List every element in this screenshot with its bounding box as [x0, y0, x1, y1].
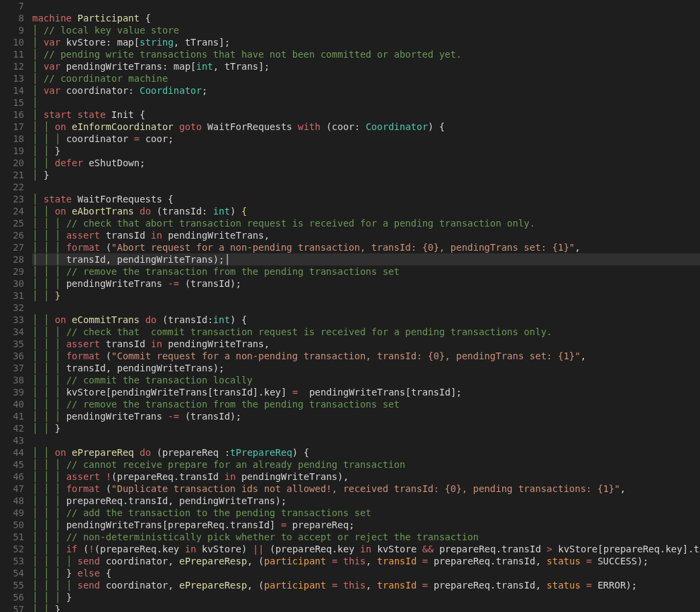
code-line[interactable]: │ │ │ coordinator = coor;	[32, 133, 700, 145]
line-number: 53	[0, 555, 32, 567]
code-line[interactable]: │ var kvStore: map[string, tTrans];	[32, 36, 700, 48]
line-number: 32	[0, 302, 32, 314]
line-number: 8	[0, 12, 32, 24]
code-line[interactable]: │ │ │ transId, pendingWriteTrans);	[32, 362, 700, 374]
code-line[interactable]: │ │ on eInformCoordinator goto WaitForRe…	[32, 121, 700, 133]
code-line[interactable]: │ │ │ format ("Commit request for a non-…	[32, 350, 700, 362]
line-number: 22	[0, 181, 32, 193]
code-line[interactable]: │ │ on eAbortTrans do (transId: int) {	[32, 205, 700, 217]
code-line[interactable]	[32, 434, 700, 446]
code-line[interactable]: │ │ │ // non-deterministically pick whet…	[32, 531, 700, 543]
line-number: 42	[0, 422, 32, 434]
code-line[interactable]: │ │ │ pendingWriteTrans -= (transId);	[32, 410, 700, 422]
code-line[interactable]: │ start state Init {	[32, 109, 700, 121]
line-number: 24	[0, 205, 32, 217]
line-number: 47	[0, 483, 32, 495]
code-line[interactable]: │ │ on ePrepareReq do (prepareReq :tPrep…	[32, 446, 700, 458]
line-number: 29	[0, 265, 32, 278]
code-line[interactable]: │ │ }	[32, 290, 700, 302]
code-line[interactable]: │ │ │ kvStore[pendingWriteTrans[transId]…	[32, 386, 700, 398]
line-number: 49	[0, 507, 32, 519]
code-line[interactable]: │ // coordinator machine	[32, 72, 700, 84]
line-number: 16	[0, 109, 32, 121]
line-number: 41	[0, 410, 32, 422]
line-number: 19	[0, 145, 32, 157]
line-number: 50	[0, 519, 32, 531]
line-number: 23	[0, 193, 32, 205]
code-line[interactable]: │ var pendingWriteTrans: map[int, tTrans…	[32, 60, 700, 72]
code-line[interactable]: │ │ │ // cannot receive prepare for an a…	[32, 458, 700, 471]
line-number-gutter: 7891011121314151617181920212223242526272…	[0, 0, 32, 612]
code-line[interactable]: │ // pending write transactions that hav…	[32, 48, 700, 60]
line-number: 21	[0, 169, 32, 181]
line-number: 12	[0, 60, 32, 72]
line-number: 13	[0, 72, 32, 84]
line-number: 27	[0, 241, 32, 253]
code-line[interactable]: │ │ │ format ("Abort request for a non-p…	[32, 241, 700, 253]
line-number: 7	[0, 0, 32, 12]
code-line[interactable]: │ │ │ } else {	[32, 567, 700, 579]
code-line[interactable]: │ │ │ │ send coordinator, ePrepareResp, …	[32, 579, 700, 591]
line-number: 20	[0, 157, 32, 169]
line-number: 17	[0, 121, 32, 133]
code-line[interactable]: │ │ │ pendingWriteTrans[prepareReq.trans…	[32, 519, 700, 531]
code-line[interactable]: │ │ │ // check that abort transaction re…	[32, 217, 700, 229]
line-number: 35	[0, 338, 32, 350]
code-line[interactable]: │ │ │ assert !(prepareReq.transId in pen…	[32, 471, 700, 483]
code-line[interactable]: │ // local key value store	[32, 24, 700, 36]
code-area[interactable]: machine Participant {│ // local key valu…	[32, 0, 700, 612]
line-number: 54	[0, 567, 32, 579]
line-number: 48	[0, 495, 32, 507]
line-number: 11	[0, 48, 32, 60]
line-number: 40	[0, 398, 32, 410]
line-number: 39	[0, 386, 32, 398]
code-editor[interactable]: 7891011121314151617181920212223242526272…	[0, 0, 700, 612]
line-number: 10	[0, 36, 32, 48]
code-line[interactable]: │ │ }	[32, 603, 700, 612]
code-line[interactable]: │ │ defer eShutDown;	[32, 157, 700, 169]
code-line[interactable]: │ var coordinator: Coordinator;	[32, 84, 700, 97]
code-line[interactable]: │ │ │ // add the transaction to the pend…	[32, 507, 700, 519]
line-number: 34	[0, 326, 32, 338]
code-line[interactable]: │ │ │ // commit the transaction locally	[32, 374, 700, 386]
line-number: 9	[0, 24, 32, 36]
line-number: 56	[0, 591, 32, 603]
code-line[interactable]: │ │ │ // remove the transaction from the…	[32, 265, 700, 278]
code-line[interactable]: │ }	[32, 169, 700, 181]
code-line[interactable]: │ │ │ // remove the transaction from the…	[32, 398, 700, 410]
code-line[interactable]	[32, 0, 700, 12]
line-number: 57	[0, 603, 32, 612]
code-line[interactable]: │ │ on eCommitTrans do (transId:int) {	[32, 314, 700, 326]
line-number: 43	[0, 434, 32, 446]
line-number: 52	[0, 543, 32, 555]
line-number: 46	[0, 471, 32, 483]
code-line[interactable]: │ │ │ }	[32, 591, 700, 603]
line-number: 51	[0, 531, 32, 543]
code-line[interactable]: │ state WaitForRequests {	[32, 193, 700, 205]
code-line[interactable]: │ │ │ prepareReq.transId, pendingWriteTr…	[32, 495, 700, 507]
line-number: 14	[0, 84, 32, 97]
line-number: 33	[0, 314, 32, 326]
line-number: 55	[0, 579, 32, 591]
line-number: 25	[0, 217, 32, 229]
code-line[interactable]: │	[32, 97, 700, 109]
code-line[interactable]: │ │ │ │ send coordinator, ePrepareResp, …	[32, 555, 700, 567]
line-number: 44	[0, 446, 32, 458]
code-line[interactable]: │ │ │ transId, pendingWriteTrans);│	[32, 253, 700, 265]
code-line[interactable]: │ │ │ assert transId in pendingWriteTran…	[32, 338, 700, 350]
code-line[interactable]: │ │ │ assert transId in pendingWriteTran…	[32, 229, 700, 241]
code-line[interactable]: │ │ │ if (!(prepareReq.key in kvStore) |…	[32, 543, 700, 555]
code-line[interactable]: │ │ }	[32, 145, 700, 157]
code-line[interactable]	[32, 302, 700, 314]
code-line[interactable]: │ │ │ format ("Duplicate transaction ids…	[32, 483, 700, 495]
line-number: 28	[0, 253, 32, 265]
line-number: 45	[0, 458, 32, 471]
code-line[interactable]: │ │ }	[32, 422, 700, 434]
code-line[interactable]: machine Participant {	[32, 12, 700, 24]
line-number: 30	[0, 278, 32, 290]
code-line[interactable]: │ │ │ // check that commit transaction r…	[32, 326, 700, 338]
line-number: 15	[0, 97, 32, 109]
line-number: 18	[0, 133, 32, 145]
code-line[interactable]	[32, 181, 700, 193]
code-line[interactable]: │ │ │ pendingWriteTrans -= (transId);	[32, 278, 700, 290]
